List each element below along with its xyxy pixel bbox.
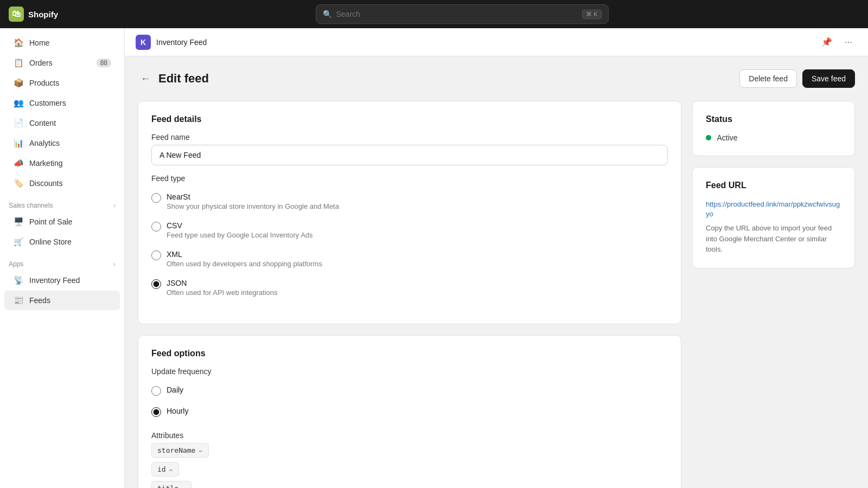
sidebar-item-content[interactable]: 📄 Content	[4, 113, 120, 133]
apps-header[interactable]: Apps ›	[0, 256, 124, 270]
more-options-button[interactable]: ···	[840, 34, 857, 51]
search-icon: 🔍	[323, 10, 332, 18]
sales-channels-header[interactable]: Sales channels ›	[0, 197, 124, 211]
sidebar-item-inventory-feed[interactable]: 📡 Inventory Feed	[4, 271, 120, 290]
sidebar-item-pos[interactable]: 🖥️ Point of Sale	[4, 212, 120, 232]
shopify-logo-icon: 🛍	[9, 7, 24, 22]
feed-type-csv[interactable]: CSV Feed type used by Google Local Inven…	[151, 216, 668, 245]
page-content: ← Edit feed Delete feed Save feed Feed d…	[125, 56, 868, 488]
attribute-name: id	[157, 465, 166, 473]
apps-label: Apps	[9, 260, 23, 268]
nearst-radio[interactable]	[151, 193, 161, 203]
feed-url-link[interactable]: https://productfeed.link/mar/ppkzwcfwivs…	[706, 200, 840, 218]
feed-url-card: Feed URL https://productfeed.link/mar/pp…	[692, 167, 855, 268]
feed-url-description: Copy the URL above to import your feed i…	[706, 223, 841, 255]
update-frequency-label: Update frequency	[151, 367, 668, 376]
status-card: Status Active	[692, 101, 855, 156]
content-area: K Inventory Feed 📌 ··· ← Edit feed Delet…	[125, 28, 868, 488]
sidebar-item-label: Orders	[29, 59, 53, 67]
json-label: JSON	[167, 279, 278, 287]
sub-header-title: Inventory Feed	[156, 38, 207, 47]
page-header-left: ← Edit feed	[138, 71, 209, 86]
search-bar[interactable]: 🔍 ⌘ K	[316, 4, 609, 24]
sidebar-item-label: Inventory Feed	[29, 276, 80, 285]
attribute-title[interactable]: title ✏️	[151, 481, 192, 488]
sidebar-item-label: Products	[29, 79, 59, 87]
feed-type-label: Feed type	[151, 174, 668, 183]
sidebar-item-online-store[interactable]: 🛒 Online Store	[4, 232, 120, 252]
page-title: Edit feed	[158, 72, 209, 86]
feed-type-radio-group: NearSt Show your physical store inventor…	[151, 187, 668, 302]
sidebar-item-label: Point of Sale	[29, 217, 72, 226]
sidebar-item-home[interactable]: 🏠 Home	[4, 33, 120, 53]
search-input[interactable]	[336, 10, 578, 18]
feed-name-input[interactable]	[151, 145, 668, 165]
sidebar-item-discounts[interactable]: 🏷️ Discounts	[4, 174, 120, 193]
sidebar: 🏠 Home 📋 Orders 88 📦 Products 👥 Customer…	[0, 28, 125, 488]
daily-radio[interactable]	[151, 386, 161, 396]
feed-type-json[interactable]: JSON Often used for API web integrations	[151, 273, 668, 302]
sidebar-item-products[interactable]: 📦 Products	[4, 73, 120, 93]
feeds-icon: 📰	[13, 295, 24, 306]
edit-icon: ✏️	[182, 485, 186, 489]
sub-header: K Inventory Feed 📌 ···	[125, 28, 868, 56]
json-desc: Often used for API web integrations	[167, 288, 278, 297]
logo[interactable]: 🛍 Shopify	[9, 7, 58, 22]
csv-desc: Feed type used by Google Local Inventory…	[167, 231, 313, 239]
analytics-icon: 📊	[13, 138, 24, 149]
sub-header-actions: 📌 ···	[818, 34, 857, 51]
sidebar-item-label: Content	[29, 119, 56, 127]
delete-feed-button[interactable]: Delete feed	[739, 69, 797, 88]
sidebar-item-orders[interactable]: 📋 Orders 88	[4, 53, 120, 73]
frequency-hourly[interactable]: Hourly	[151, 401, 668, 422]
sidebar-item-analytics[interactable]: 📊 Analytics	[4, 133, 120, 153]
sidebar-item-feeds[interactable]: 📰 Feeds	[4, 291, 120, 310]
save-feed-button[interactable]: Save feed	[802, 69, 855, 88]
xml-label-group: XML Often used by developers and shoppin…	[167, 250, 322, 268]
feed-type-nearst[interactable]: NearSt Show your physical store inventor…	[151, 187, 668, 216]
sidebar-item-customers[interactable]: 👥 Customers	[4, 93, 120, 113]
back-button[interactable]: ←	[138, 71, 153, 86]
status-dot	[706, 135, 711, 140]
pin-button[interactable]: 📌	[818, 34, 835, 51]
feed-details-title: Feed details	[151, 114, 668, 124]
feed-options-card: Feed options Update frequency Daily	[138, 335, 681, 488]
home-icon: 🏠	[13, 37, 24, 48]
xml-radio[interactable]	[151, 251, 161, 260]
search-shortcut: ⌘ K	[582, 10, 601, 19]
hourly-radio[interactable]	[151, 407, 161, 417]
chevron-right-icon: ›	[113, 202, 116, 209]
json-label-group: JSON Often used for API web integrations	[167, 279, 278, 297]
xml-label: XML	[167, 250, 322, 259]
status-card-title: Status	[706, 114, 841, 124]
sales-channels-label: Sales channels	[9, 202, 53, 209]
feed-options-title: Feed options	[151, 349, 668, 358]
app-icon: K	[136, 35, 151, 50]
sidebar-item-label: Online Store	[29, 237, 72, 246]
json-radio[interactable]	[151, 279, 161, 289]
frequency-daily[interactable]: Daily	[151, 380, 668, 401]
sidebar-item-marketing[interactable]: 📣 Marketing	[4, 153, 120, 173]
attribute-storeName[interactable]: storeName ✏️	[151, 443, 209, 458]
feed-name-label: Feed name	[151, 133, 668, 142]
edit-icon: ✏️	[199, 447, 202, 454]
frequency-radio-group: Daily Hourly	[151, 380, 668, 422]
sidebar-nav: 🏠 Home 📋 Orders 88 📦 Products 👥 Customer…	[0, 28, 124, 315]
status-row: Active	[706, 133, 841, 143]
attribute-id[interactable]: id ✏️	[151, 462, 179, 477]
nearst-label-group: NearSt Show your physical store inventor…	[167, 192, 339, 210]
csv-radio[interactable]	[151, 222, 161, 232]
logo-text: Shopify	[28, 10, 58, 19]
sidebar-item-label: Analytics	[29, 139, 60, 147]
content-icon: 📄	[13, 118, 24, 129]
daily-label: Daily	[167, 386, 183, 394]
feed-type-xml[interactable]: XML Often used by developers and shoppin…	[151, 245, 668, 273]
nearst-label: NearSt	[167, 192, 339, 201]
right-column: Status Active Feed URL https://productfe…	[692, 101, 855, 488]
feed-details-card: Feed details Feed name Feed type	[138, 101, 681, 324]
inventory-feed-icon: 📡	[13, 275, 24, 286]
feed-url-title: Feed URL	[706, 181, 841, 190]
customers-icon: 👥	[13, 98, 24, 108]
attribute-name: title	[157, 484, 178, 488]
discounts-icon: 🏷️	[13, 178, 24, 189]
